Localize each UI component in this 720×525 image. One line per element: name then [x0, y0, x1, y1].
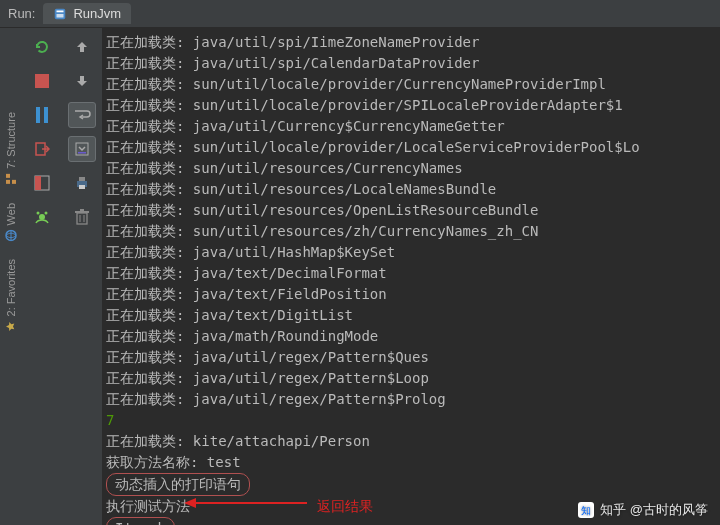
console-line: 正在加载类: java/math/RoundingMode [106, 326, 720, 347]
console-line: 正在加载类: java/util/regex/Pattern$Prolog [106, 389, 720, 410]
method-label: 获取方法名称: [106, 454, 207, 470]
watermark-text: 知乎 @古时的风筝 [600, 501, 708, 519]
console-line: 正在加载类: sun/util/resources/zh/CurrencyNam… [106, 221, 720, 242]
tab-label: RunJvm [73, 6, 121, 21]
extra-load: kite/attachapi/Person [193, 433, 370, 449]
favorites-tab[interactable]: 2: Favorites [5, 259, 17, 332]
console-line: 正在加载类: sun/util/locale/provider/Currency… [106, 74, 720, 95]
run-toolbar-col1 [22, 28, 62, 525]
svg-rect-7 [35, 74, 49, 88]
svg-rect-4 [6, 174, 10, 178]
clear-button[interactable] [68, 204, 96, 230]
method-name: test [207, 454, 241, 470]
svg-rect-17 [80, 76, 84, 81]
console-line: 正在加载类: sun/util/resources/LocaleNamesBun… [106, 179, 720, 200]
annotation-arrow [182, 493, 312, 513]
run-config-tab[interactable]: RunJvm [43, 3, 131, 24]
run-label: Run: [8, 6, 35, 21]
console-line: 正在加载类: sun/util/resources/OpenListResour… [106, 200, 720, 221]
svg-rect-19 [78, 152, 86, 154]
svg-text:知: 知 [581, 505, 591, 516]
left-tool-tabs: 7: Structure Web 2: Favorites [0, 28, 22, 525]
console-line: 正在加载类: java/util/regex/Pattern$Ques [106, 347, 720, 368]
pause-button[interactable] [28, 102, 56, 128]
result-annotation: 返回结果 [317, 496, 373, 517]
structure-label: 7: Structure [5, 112, 17, 169]
svg-point-15 [45, 212, 48, 215]
svg-rect-25 [80, 209, 84, 211]
svg-rect-16 [80, 47, 84, 52]
favorites-label: 2: Favorites [5, 259, 17, 316]
console-line: 正在加载类: sun/util/locale/provider/LocaleSe… [106, 137, 720, 158]
svg-rect-21 [79, 177, 85, 181]
up-button[interactable] [68, 34, 96, 60]
svg-rect-24 [75, 211, 89, 213]
run-tab-bar: Run: RunJvm [0, 0, 720, 28]
console-line: 正在加载类: java/util/spi/IimeZoneNameProvide… [106, 32, 720, 53]
svg-rect-2 [57, 14, 64, 18]
svg-rect-12 [35, 176, 41, 190]
load-prefix: 正在加载类: [106, 433, 193, 449]
soft-wrap-button[interactable] [68, 102, 96, 128]
stop-button[interactable] [28, 68, 56, 94]
print-button[interactable] [68, 170, 96, 196]
svg-rect-8 [36, 107, 40, 123]
rerun-button[interactable] [28, 34, 56, 60]
zhihu-icon: 知 [578, 502, 594, 518]
console-line: 正在加载类: java/text/DecimalFormat [106, 263, 720, 284]
svg-point-13 [39, 214, 45, 220]
down-button[interactable] [68, 68, 96, 94]
run-toolbar-col2 [62, 28, 102, 525]
web-label: Web [5, 203, 17, 225]
app-icon [53, 7, 67, 21]
console-line: 正在加载类: java/util/HashMap$KeySet [106, 242, 720, 263]
svg-rect-5 [12, 180, 16, 184]
im-ok-box: I'm ok [106, 517, 175, 525]
sat-button[interactable] [28, 204, 56, 230]
console-line: 正在加载类: sun/util/resources/CurrencyNames [106, 158, 720, 179]
svg-rect-3 [6, 180, 10, 184]
web-tab[interactable]: Web [5, 203, 17, 241]
layout-button[interactable] [28, 170, 56, 196]
svg-rect-1 [57, 10, 64, 12]
console-line: 正在加载类: java/text/DigitList [106, 305, 720, 326]
svg-point-14 [37, 212, 40, 215]
console-line: 正在加载类: sun/util/locale/provider/SPILocal… [106, 95, 720, 116]
console-output[interactable]: 正在加载类: java/util/spi/IimeZoneNameProvide… [102, 28, 720, 525]
zhihu-watermark: 知 知乎 @古时的风筝 [578, 501, 708, 519]
scroll-to-end-button[interactable] [68, 136, 96, 162]
console-line: 正在加载类: java/util/regex/Pattern$Loop [106, 368, 720, 389]
structure-tab[interactable]: 7: Structure [5, 112, 17, 185]
exit-button[interactable] [28, 136, 56, 162]
console-line: 正在加载类: java/text/FieldPosition [106, 284, 720, 305]
console-line: 正在加载类: java/util/Currency$CurrencyNameGe… [106, 116, 720, 137]
svg-rect-22 [79, 185, 85, 189]
svg-rect-9 [44, 107, 48, 123]
svg-rect-23 [77, 213, 87, 224]
cursor-line: 7 [106, 410, 720, 431]
console-line: 正在加载类: java/util/spi/CalendarDataProvide… [106, 53, 720, 74]
